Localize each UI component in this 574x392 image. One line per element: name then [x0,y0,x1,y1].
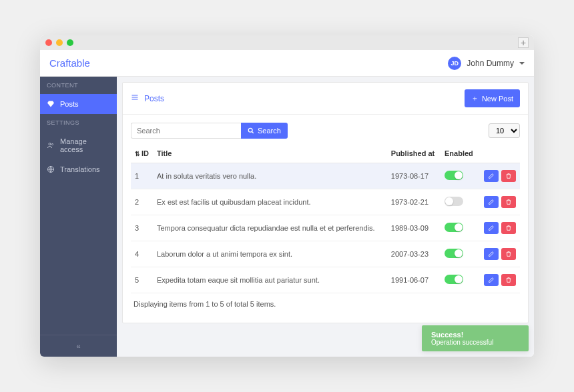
cell-enabled [441,215,479,241]
cell-actions [479,189,520,215]
svg-line-7 [252,131,254,133]
sidebar: CONTENT Posts SETTINGS Manage access Tra… [40,77,117,357]
cell-actions [479,241,520,267]
chevron-down-icon [519,62,525,65]
cell-published: 1989-03-09 [387,215,441,241]
table-row: 2Ex est est facilis ut quibusdam placeat… [131,189,520,215]
main-area: CONTENT Posts SETTINGS Manage access Tra… [40,77,534,357]
toast-body: Operation successful [431,339,493,346]
window-controls [45,39,73,46]
titlebar: + [40,35,534,50]
svg-rect-5 [132,99,138,100]
topbar: Craftable JD John Dummy [40,50,534,77]
enabled-toggle[interactable] [445,223,463,232]
sort-icon: ⇅ [135,151,140,157]
close-window-icon[interactable] [45,39,52,46]
delete-button[interactable] [501,248,516,260]
search-button-label: Search [258,127,281,135]
cell-id: 5 [131,267,153,293]
trash-icon [505,225,512,231]
cell-enabled [441,267,479,293]
content: Posts ＋ New Post Search [117,77,534,357]
search-icon [248,127,254,134]
edit-button[interactable] [484,222,499,234]
delete-button[interactable] [501,222,516,234]
sidebar-item-translations[interactable]: Translations [40,159,117,179]
edit-icon [488,173,495,179]
cell-id: 1 [131,163,153,189]
minimize-window-icon[interactable] [56,39,63,46]
card-header: Posts ＋ New Post [123,83,528,115]
new-post-label: New Post [482,95,513,103]
edit-button[interactable] [484,274,499,286]
cell-published: 1973-02-21 [387,189,441,215]
enabled-toggle[interactable] [445,171,463,180]
trash-icon [505,277,512,283]
enabled-toggle[interactable] [445,249,463,258]
sidebar-collapse-button[interactable]: « [40,335,117,357]
users-icon [47,141,55,149]
edit-icon [488,277,495,283]
cell-id: 3 [131,215,153,241]
cell-title: Expedita totam eaque sit mollitia aut pa… [153,267,387,293]
cell-enabled [441,189,479,215]
toast-title: Success! [431,331,463,339]
sidebar-item-access[interactable]: Manage access [40,131,117,159]
svg-point-6 [248,128,252,132]
col-published[interactable]: Published at [387,144,441,163]
search-group: Search [131,123,288,139]
edit-button[interactable] [484,196,499,208]
cell-title: Laborum dolor a ut animi tempora ex sint… [153,241,387,267]
user-name: John Dummy [467,59,514,68]
cell-id: 2 [131,189,153,215]
delete-button[interactable] [501,170,516,182]
cell-title: At in soluta veritatis vero nulla. [153,163,387,189]
col-id[interactable]: ⇅ID [131,144,153,163]
card-body: Search 10 ⇅ID Title Published at [123,115,528,323]
new-post-button[interactable]: ＋ New Post [465,89,520,107]
table-row: 3Tempora consequatur dicta repudiandae e… [131,215,520,241]
delete-button[interactable] [501,274,516,286]
success-toast[interactable]: Success! Operation successful [422,325,529,351]
col-title[interactable]: Title [153,144,387,163]
enabled-toggle[interactable] [445,275,463,284]
edit-icon [488,199,495,205]
cell-published: 2007-03-23 [387,241,441,267]
cell-id: 4 [131,241,153,267]
table-row: 1At in soluta veritatis vero nulla.1973-… [131,163,520,189]
page-size-select[interactable]: 10 [489,123,520,138]
trash-icon [505,199,512,205]
avatar: JD [448,57,461,70]
search-input[interactable] [131,123,241,139]
trash-icon [505,251,512,257]
cell-title: Tempora consequatur dicta repudiandae es… [153,215,387,241]
sidebar-section-content: CONTENT [40,77,117,94]
edit-button[interactable] [484,170,499,182]
cell-published: 1973-08-17 [387,163,441,189]
sidebar-section-settings: SETTINGS [40,114,117,131]
delete-button[interactable] [501,196,516,208]
col-actions [479,144,520,163]
edit-button[interactable] [484,248,499,260]
sidebar-item-label: Manage access [60,137,110,153]
col-enabled[interactable]: Enabled [441,144,479,163]
user-menu[interactable]: JD John Dummy [448,57,525,70]
maximize-window-icon[interactable] [67,39,73,46]
table-row: 5Expedita totam eaque sit mollitia aut p… [131,267,520,293]
table-row: 4Laborum dolor a ut animi tempora ex sin… [131,241,520,267]
plus-icon: ＋ [471,93,479,103]
trash-icon [505,173,512,179]
cell-actions [479,267,520,293]
brand-logo[interactable]: Craftable [49,57,90,69]
enabled-toggle[interactable] [445,197,463,206]
table-toolbar: Search 10 [131,123,520,139]
cell-enabled [441,241,479,267]
posts-card: Posts ＋ New Post Search [122,82,529,323]
sidebar-item-posts[interactable]: Posts [40,94,117,114]
new-tab-button[interactable]: + [518,37,529,48]
globe-icon [47,165,55,173]
svg-rect-4 [132,97,138,98]
posts-table: ⇅ID Title Published at Enabled 1At in so… [131,144,520,293]
search-button[interactable]: Search [241,123,288,139]
cell-published: 1991-06-07 [387,267,441,293]
